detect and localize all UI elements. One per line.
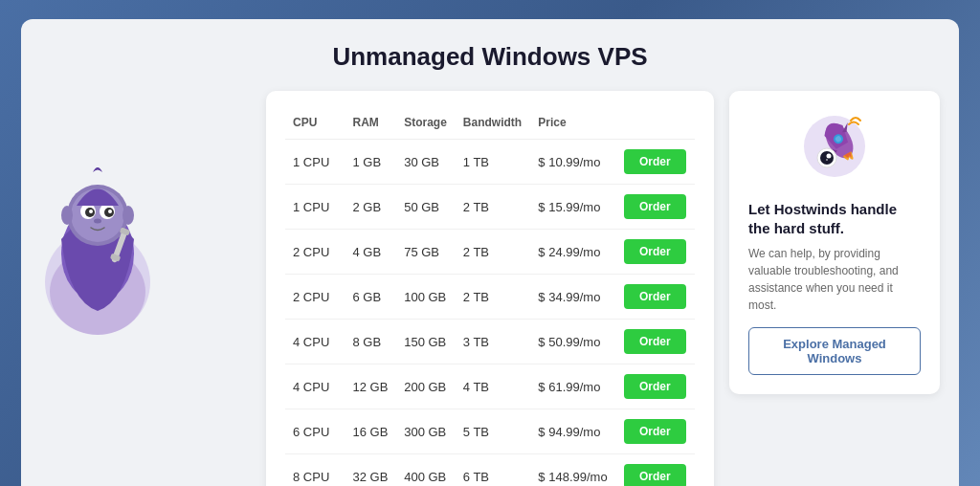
left-illustration <box>40 91 155 343</box>
cpu-cell: 8 CPU <box>285 454 345 487</box>
col-header-price: Price <box>530 110 616 140</box>
price-cell: $ 10.99/mo <box>530 140 616 185</box>
col-header-storage: Storage <box>396 110 456 140</box>
bandwidth-cell: 6 TB <box>456 454 531 487</box>
bandwidth-cell: 4 TB <box>456 364 531 409</box>
order-button-cell: Order <box>616 409 695 454</box>
bandwidth-cell: 5 TB <box>456 409 531 454</box>
svg-point-23 <box>827 154 832 159</box>
order-button-cell: Order <box>616 185 695 230</box>
order-button[interactable]: Order <box>624 239 686 264</box>
cpu-cell: 1 CPU <box>285 140 345 185</box>
bandwidth-cell: 1 TB <box>456 140 531 185</box>
order-button[interactable]: Order <box>624 149 686 174</box>
table-row: 2 CPU4 GB75 GB2 TB$ 24.99/moOrder <box>285 230 695 275</box>
svg-point-13 <box>122 206 134 225</box>
storage-cell: 100 GB <box>396 275 456 320</box>
table-body: 1 CPU1 GB30 GB1 TB$ 10.99/moOrder1 CPU2 … <box>285 140 695 487</box>
ram-cell: 6 GB <box>345 275 396 320</box>
svg-point-22 <box>820 151 834 165</box>
storage-cell: 75 GB <box>396 230 456 275</box>
sidebar-illustration <box>748 110 921 187</box>
order-button-cell: Order <box>616 140 695 185</box>
ram-cell: 1 GB <box>345 140 396 185</box>
price-cell: $ 50.99/mo <box>530 320 616 364</box>
price-cell: $ 24.99/mo <box>530 230 616 275</box>
order-button-cell: Order <box>616 230 695 275</box>
storage-cell: 200 GB <box>396 364 456 409</box>
col-header-ram: RAM <box>345 110 396 140</box>
mascot-illustration-icon <box>40 91 155 340</box>
order-button[interactable]: Order <box>624 374 686 399</box>
table-row: 1 CPU1 GB30 GB1 TB$ 10.99/moOrder <box>285 140 695 185</box>
pricing-table-card: CPU RAM Storage Bandwidth Price 1 CPU1 G… <box>266 91 714 486</box>
storage-cell: 50 GB <box>396 185 456 230</box>
content-row: CPU RAM Storage Bandwidth Price 1 CPU1 G… <box>40 91 940 486</box>
table-row: 2 CPU6 GB100 GB2 TB$ 34.99/moOrder <box>285 275 695 320</box>
cpu-cell: 1 CPU <box>285 185 345 230</box>
table-row: 4 CPU8 GB150 GB3 TB$ 50.99/moOrder <box>285 320 695 364</box>
bandwidth-cell: 2 TB <box>456 275 531 320</box>
table-row: 4 CPU12 GB200 GB4 TB$ 61.99/moOrder <box>285 364 695 409</box>
svg-point-10 <box>108 210 112 213</box>
cpu-cell: 6 CPU <box>285 409 345 454</box>
svg-point-24 <box>826 159 828 161</box>
cpu-cell: 2 CPU <box>285 230 345 275</box>
sidebar-card: Let Hostwinds handle the hard stuff. We … <box>729 91 940 394</box>
order-button-cell: Order <box>616 275 695 320</box>
bandwidth-cell: 3 TB <box>456 320 531 364</box>
order-button[interactable]: Order <box>624 284 686 309</box>
main-container: Unmanaged Windows VPS <box>21 19 959 486</box>
ram-cell: 16 GB <box>345 409 396 454</box>
ram-cell: 32 GB <box>345 454 396 487</box>
order-button[interactable]: Order <box>624 194 686 219</box>
sidebar-heading: Let Hostwinds handle the hard stuff. <box>748 200 921 237</box>
ram-cell: 4 GB <box>345 230 396 275</box>
cpu-cell: 4 CPU <box>285 320 345 364</box>
pricing-table: CPU RAM Storage Bandwidth Price 1 CPU1 G… <box>285 110 695 486</box>
storage-cell: 400 GB <box>396 454 456 487</box>
price-cell: $ 94.99/mo <box>530 409 616 454</box>
order-button[interactable]: Order <box>624 419 686 444</box>
table-row: 6 CPU16 GB300 GB5 TB$ 94.99/moOrder <box>285 409 695 454</box>
storage-cell: 300 GB <box>396 409 456 454</box>
cpu-cell: 4 CPU <box>285 364 345 409</box>
order-button[interactable]: Order <box>624 329 686 354</box>
price-cell: $ 15.99/mo <box>530 185 616 230</box>
svg-point-11 <box>94 219 101 224</box>
table-row: 1 CPU2 GB50 GB2 TB$ 15.99/moOrder <box>285 185 695 230</box>
order-button-cell: Order <box>616 364 695 409</box>
cpu-cell: 2 CPU <box>285 275 345 320</box>
order-button[interactable]: Order <box>624 464 686 486</box>
bandwidth-cell: 2 TB <box>456 230 531 275</box>
col-header-action <box>616 110 695 140</box>
order-button-cell: Order <box>616 454 695 487</box>
price-cell: $ 34.99/mo <box>530 275 616 320</box>
sidebar-description: We can help, by providing valuable troub… <box>748 245 921 314</box>
svg-point-12 <box>61 206 73 225</box>
order-button-cell: Order <box>616 320 695 364</box>
ram-cell: 8 GB <box>345 320 396 364</box>
table-row: 8 CPU32 GB400 GB6 TB$ 148.99/moOrder <box>285 454 695 487</box>
storage-cell: 30 GB <box>396 140 456 185</box>
col-header-bandwidth: Bandwidth <box>456 110 531 140</box>
storage-cell: 150 GB <box>396 320 456 364</box>
price-cell: $ 148.99/mo <box>530 454 616 487</box>
col-header-cpu: CPU <box>285 110 345 140</box>
ram-cell: 2 GB <box>345 185 396 230</box>
bandwidth-cell: 2 TB <box>456 185 531 230</box>
explore-managed-windows-button[interactable]: Explore Managed Windows <box>748 327 921 375</box>
svg-point-9 <box>89 210 93 213</box>
sidebar-mascot-icon <box>782 110 887 187</box>
table-header-row: CPU RAM Storage Bandwidth Price <box>285 110 695 140</box>
price-cell: $ 61.99/mo <box>530 364 616 409</box>
page-title: Unmanaged Windows VPS <box>40 42 940 72</box>
ram-cell: 12 GB <box>345 364 396 409</box>
